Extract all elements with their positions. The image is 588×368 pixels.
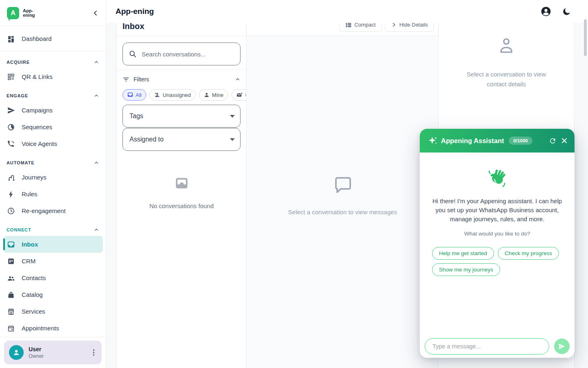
filters-label: Filters	[134, 76, 149, 83]
assistant-send-button[interactable]	[554, 339, 570, 354]
assistant-message-input[interactable]	[425, 338, 549, 355]
divider	[0, 51, 106, 52]
user-menu-button[interactable]	[91, 347, 97, 358]
close-icon	[561, 137, 568, 144]
page-scrollbar[interactable]	[584, 19, 587, 56]
tags-select-label: Tags	[129, 112, 143, 120]
conversations-panel: Inbox Filters	[116, 23, 247, 368]
empty-inbox-icon	[174, 175, 189, 191]
filters-section: Filters All Unassigned	[117, 70, 246, 156]
chat-chip-icon	[127, 92, 133, 98]
sidebar-item-appointments[interactable]: Appointments	[0, 320, 106, 337]
user-meta: User Owner	[29, 346, 44, 359]
messages-panel: Compact Hide Details Select a conversati…	[247, 23, 438, 368]
sidebar-item-label: Journeys	[22, 174, 47, 181]
sidebar-item-label: CRM	[22, 258, 36, 265]
tags-select[interactable]: Tags	[122, 105, 241, 128]
main-area: Inbox Filters	[106, 0, 588, 368]
sidebar-header: A App- ening	[0, 0, 106, 26]
suggestion-show-journeys[interactable]: Show me my journeys	[432, 263, 500, 276]
sidebar-item-re-engagement[interactable]: Re-engagement	[0, 202, 106, 219]
search-section	[117, 36, 246, 70]
sidebar-item-campaigns[interactable]: Campaigns	[0, 102, 106, 119]
unread-mail-icon	[236, 92, 243, 98]
messages-empty-text: Select a conversation to view messages	[247, 209, 438, 215]
details-empty-text: Select a conversation to view contact de…	[439, 70, 574, 89]
brand-name: App- ening	[23, 9, 35, 18]
collapse-sidebar-button[interactable]	[92, 9, 99, 17]
section-acquire[interactable]: ACQUIRE	[0, 56, 106, 68]
kebab-menu-icon	[93, 349, 95, 351]
logo-letter: A	[11, 9, 16, 17]
details-empty-state: Select a conversation to view contact de…	[439, 36, 574, 89]
sidebar-item-catalog[interactable]: Catalog	[0, 286, 106, 303]
filters-header[interactable]: Filters	[122, 74, 241, 84]
sidebar-item-label: Voice Agents	[22, 140, 57, 147]
section-connect[interactable]: CONNECT	[0, 223, 106, 236]
rules-icon	[7, 190, 16, 199]
voice-agents-icon	[7, 139, 16, 148]
section-automate[interactable]: AUTOMATE	[0, 156, 106, 169]
user-role: Owner	[29, 353, 44, 359]
suggestion-check-progress[interactable]: Check my progress	[498, 247, 559, 260]
filter-chip-mine[interactable]: Mine	[199, 89, 228, 101]
chat-bubble-icon	[331, 173, 354, 196]
caret-down-icon	[230, 138, 235, 141]
sidebar-item-rules[interactable]: Rules	[0, 186, 106, 202]
sidebar-item-contacts[interactable]: Contacts	[0, 269, 106, 286]
filter-chip-all[interactable]: All	[122, 89, 146, 101]
sidebar-item-inbox[interactable]: Inbox	[3, 236, 103, 253]
catalog-icon	[7, 290, 16, 299]
sidebar-item-label: Services	[22, 308, 45, 315]
sidebar-item-label: QR & Links	[22, 73, 53, 80]
sparkles-icon	[428, 136, 438, 146]
sidebar-item-services[interactable]: Services	[0, 303, 106, 320]
assistant-greeting: Hi there! I'm your Appening assistant. I…	[430, 197, 565, 224]
dark-mode-icon	[562, 7, 571, 16]
journeys-icon	[7, 173, 16, 182]
sidebar-item-label: Rules	[22, 191, 37, 197]
assistant-body: Hi there! I'm your Appening assistant. I…	[420, 153, 575, 335]
assistant-header: Appening Assistant 0/1000	[420, 129, 575, 153]
sidebar-item-crm[interactable]: CRM	[0, 253, 106, 269]
person-icon	[204, 92, 209, 98]
assistant-suggestions: Help me get started Check my progress Sh…	[432, 247, 563, 276]
campaigns-icon	[7, 106, 16, 115]
app-root: A App- ening Dashboard ACQUIRE	[0, 0, 588, 368]
chevron-up-icon	[94, 227, 99, 233]
page-title: App-ening	[116, 7, 154, 16]
qr-code-icon	[7, 72, 16, 81]
assistant-close-button[interactable]	[561, 137, 568, 144]
wave-hand-icon	[487, 168, 508, 188]
sidebar-item-label: Sequences	[22, 123, 52, 130]
assigned-to-select[interactable]: Assigned to	[122, 128, 241, 151]
search-input[interactable]	[142, 51, 234, 58]
account-icon	[541, 6, 551, 17]
assigned-to-select-label: Assigned to	[129, 136, 164, 143]
re-engagement-icon	[7, 206, 16, 215]
assistant-title: Appening Assistant	[441, 137, 504, 145]
suggestion-get-started[interactable]: Help me get started	[432, 247, 494, 260]
sidebar-item-voice-agents[interactable]: Voice Agents	[0, 135, 106, 152]
account-button[interactable]	[541, 6, 551, 17]
sidebar-item-journeys[interactable]: Journeys	[0, 169, 106, 186]
section-label: ACQUIRE	[7, 60, 30, 65]
send-icon	[558, 343, 566, 350]
filter-chip-unread[interactable]: Unread	[232, 89, 246, 101]
contacts-icon	[7, 274, 16, 283]
services-icon	[7, 307, 16, 316]
brand-line2: ening	[23, 13, 35, 18]
search-icon	[129, 50, 137, 58]
assistant-refresh-button[interactable]	[549, 137, 557, 145]
filter-chip-unassigned[interactable]: Unassigned	[149, 89, 196, 101]
conversations-empty-state: No conversations found	[117, 175, 246, 209]
user-name: User	[29, 346, 44, 352]
brand-line1: App-	[23, 9, 35, 13]
section-engage[interactable]: ENGAGE	[0, 89, 106, 102]
dark-mode-toggle[interactable]	[562, 7, 571, 16]
user-card[interactable]: User Owner	[4, 341, 102, 364]
sidebar-item-qr-links[interactable]: QR & Links	[0, 68, 106, 85]
sequences-icon	[7, 123, 16, 132]
sidebar-item-dashboard[interactable]: Dashboard	[0, 30, 106, 47]
sidebar-item-sequences[interactable]: Sequences	[0, 119, 106, 135]
